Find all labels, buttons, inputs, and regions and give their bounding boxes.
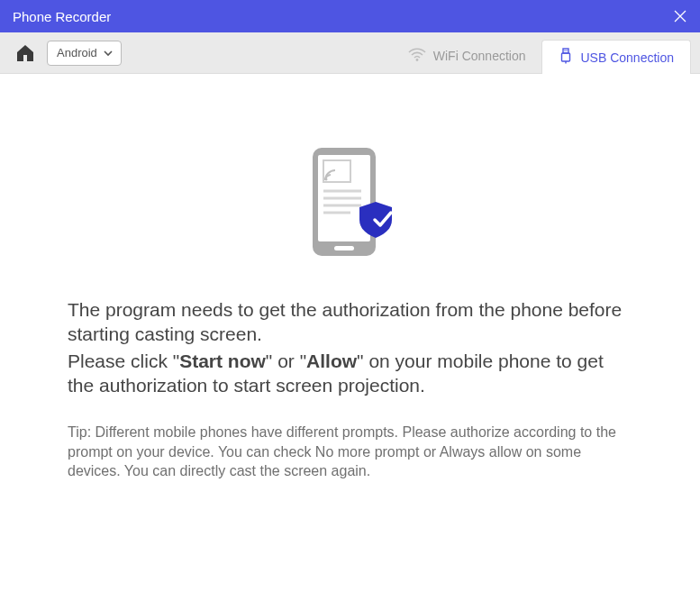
- svg-rect-3: [563, 49, 568, 53]
- wifi-icon: [408, 48, 426, 65]
- tab-usb-connection[interactable]: USB Connection: [541, 40, 691, 74]
- content-area: The program needs to get the authorizati…: [0, 74, 700, 481]
- tab-usb-label: USB Connection: [580, 50, 674, 65]
- titlebar: Phone Recorder: [0, 0, 700, 32]
- platform-label: Android: [57, 46, 97, 59]
- message-action: Please click "Start now" or "Allow" on y…: [68, 349, 632, 398]
- chevron-down-icon: [103, 48, 114, 59]
- message-bold-start-now: Start now: [179, 351, 266, 371]
- svg-rect-16: [334, 246, 354, 250]
- tab-wifi-connection[interactable]: WiFi Connection: [392, 39, 542, 73]
- svg-rect-4: [565, 50, 566, 52]
- svg-rect-5: [567, 50, 568, 52]
- svg-point-2: [415, 59, 418, 61]
- message-prefix: Please click ": [68, 351, 179, 371]
- message-mid: " or ": [266, 351, 306, 371]
- close-icon: [673, 9, 687, 23]
- tab-wifi-label: WiFi Connection: [433, 49, 526, 63]
- platform-select[interactable]: Android: [47, 41, 122, 66]
- window-title: Phone Recorder: [13, 9, 111, 24]
- message-bold-allow: Allow: [306, 351, 357, 371]
- svg-rect-6: [562, 53, 570, 61]
- usb-icon: [559, 48, 573, 67]
- tip-text: Tip: Different mobile phones have differ…: [68, 423, 632, 481]
- home-icon: [14, 42, 36, 64]
- connection-tabs: WiFi Connection USB Connection: [392, 32, 691, 73]
- svg-point-11: [324, 178, 327, 181]
- home-button[interactable]: [9, 37, 41, 69]
- close-button[interactable]: [673, 9, 687, 23]
- message-main: The program needs to get the authorizati…: [68, 297, 632, 347]
- toolbar: Android WiFi Connection: [0, 32, 700, 74]
- phone-illustration: [68, 146, 632, 261]
